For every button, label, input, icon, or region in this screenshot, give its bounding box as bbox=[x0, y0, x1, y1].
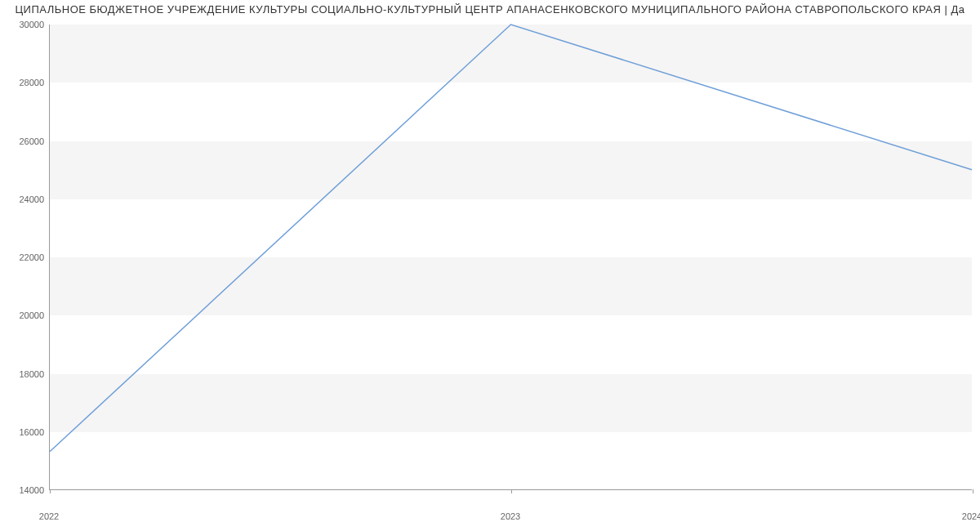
y-tick-label: 30000 bbox=[5, 20, 44, 29]
y-tick-label: 16000 bbox=[5, 427, 44, 437]
y-tick-label: 22000 bbox=[5, 252, 44, 262]
x-tick-label: 2024 bbox=[962, 506, 980, 521]
line-series bbox=[50, 25, 972, 489]
y-tick-label: 28000 bbox=[5, 78, 44, 87]
x-tick-mark bbox=[511, 489, 512, 493]
line-chart: ЦИПАЛЬНОЕ БЮДЖЕТНОЕ УЧРЕЖДЕНИЕ КУЛЬТУРЫ … bbox=[0, 0, 980, 531]
chart-title: ЦИПАЛЬНОЕ БЮДЖЕТНОЕ УЧРЕЖДЕНИЕ КУЛЬТУРЫ … bbox=[0, 3, 980, 16]
y-tick-label: 14000 bbox=[5, 485, 44, 495]
data-line bbox=[50, 25, 972, 452]
x-tick-mark bbox=[973, 489, 973, 493]
y-tick-label: 20000 bbox=[5, 310, 44, 320]
plot-area bbox=[49, 25, 972, 490]
y-tick-label: 26000 bbox=[5, 136, 44, 146]
y-tick-label: 18000 bbox=[5, 369, 44, 379]
x-tick-label: 2022 bbox=[39, 506, 59, 521]
y-tick-label: 24000 bbox=[5, 194, 44, 204]
x-tick-mark bbox=[50, 489, 51, 493]
x-tick-label: 2023 bbox=[501, 506, 520, 521]
